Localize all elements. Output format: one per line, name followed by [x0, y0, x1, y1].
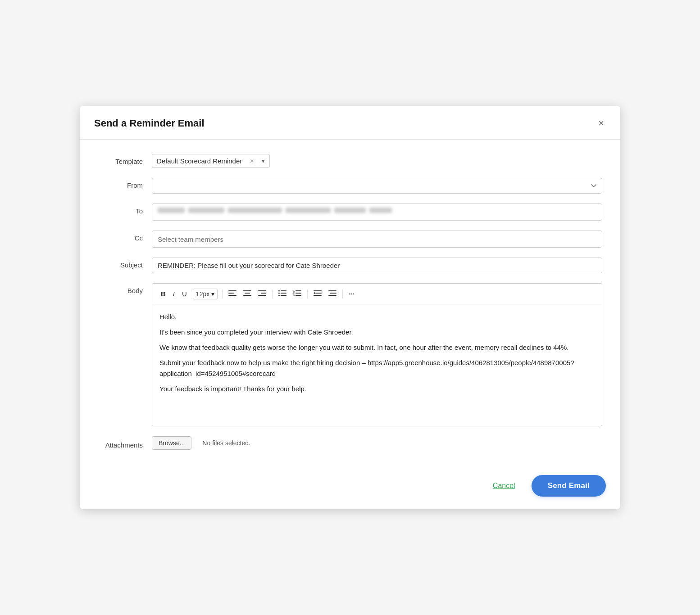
blur-pill-6 — [369, 208, 392, 213]
toolbar-divider-1 — [222, 289, 223, 298]
subject-control — [152, 258, 602, 273]
more-options-button[interactable]: ··· — [345, 287, 358, 300]
indent-group — [310, 287, 340, 300]
toolbar-divider-3 — [307, 289, 308, 298]
align-group — [225, 287, 269, 300]
toolbar-divider-2 — [272, 289, 273, 298]
from-control — [152, 178, 602, 194]
svg-rect-16 — [295, 290, 301, 291]
svg-rect-1 — [228, 293, 234, 294]
blur-pill-5 — [334, 208, 366, 213]
toolbar-divider-4 — [342, 289, 343, 298]
from-label: From — [98, 178, 152, 189]
cc-control — [152, 231, 602, 248]
from-select[interactable] — [152, 178, 602, 194]
from-row: From — [98, 178, 602, 194]
attachments-control: Browse... No files selected. — [152, 436, 602, 450]
svg-rect-0 — [228, 290, 236, 291]
align-center-button[interactable] — [240, 287, 255, 300]
svg-rect-14 — [281, 295, 286, 296]
bold-button[interactable]: B — [158, 287, 169, 300]
svg-point-13 — [278, 295, 280, 296]
unordered-list-button[interactable] — [275, 287, 290, 300]
svg-rect-3 — [243, 290, 251, 291]
cc-label: Cc — [98, 231, 152, 242]
attachments-label: Attachments — [98, 438, 152, 449]
body-toolbar: B I U 12px ▾ — [152, 284, 602, 304]
font-size-chevron: ▾ — [211, 290, 214, 298]
ordered-list-button[interactable]: 1. 2. 3. — [290, 287, 305, 300]
svg-text:3.: 3. — [293, 294, 295, 296]
svg-rect-18 — [295, 293, 301, 294]
svg-rect-6 — [258, 290, 266, 291]
blur-pill-3 — [228, 208, 282, 213]
font-size-selector[interactable]: 12px ▾ — [193, 289, 218, 299]
list-group: 1. 2. 3. — [275, 287, 305, 300]
outdent-button[interactable] — [310, 287, 325, 300]
template-control: Default Scorecard Reminder × ▾ — [152, 154, 602, 168]
svg-rect-7 — [261, 293, 266, 294]
modal-header: Send a Reminder Email × — [80, 106, 620, 140]
body-control: B I U 12px ▾ — [152, 283, 602, 426]
svg-point-9 — [278, 290, 280, 292]
align-right-button[interactable] — [255, 287, 269, 300]
template-clear-icon[interactable]: × — [250, 158, 254, 165]
body-editor: B I U 12px ▾ — [152, 283, 602, 426]
close-button[interactable]: × — [596, 117, 606, 130]
to-row: To — [98, 203, 602, 221]
svg-rect-5 — [243, 295, 251, 296]
modal-footer: Cancel Send Email — [80, 468, 620, 509]
body-row: Body B I U 12px ▾ — [98, 283, 602, 426]
svg-point-11 — [278, 293, 280, 294]
to-label: To — [98, 203, 152, 215]
body-paragraph-3: We know that feedback quality gets worse… — [159, 342, 595, 353]
body-paragraph-5: Your feedback is important! Thanks for y… — [159, 384, 595, 394]
cancel-button[interactable]: Cancel — [486, 477, 523, 494]
subject-row: Subject — [98, 258, 602, 273]
svg-rect-4 — [245, 293, 250, 294]
send-reminder-email-modal: Send a Reminder Email × Template Default… — [80, 106, 620, 509]
body-paragraph-4: Submit your feedback now to help us make… — [159, 357, 595, 379]
template-chevron-icon[interactable]: ▾ — [262, 158, 265, 164]
blur-pill-4 — [286, 208, 331, 213]
subject-label: Subject — [98, 258, 152, 269]
no-files-text: No files selected. — [202, 439, 250, 447]
body-paragraph-2: It's been since you completed your inter… — [159, 327, 595, 338]
svg-rect-26 — [328, 295, 336, 296]
subject-input[interactable] — [152, 258, 602, 273]
svg-rect-23 — [314, 295, 322, 296]
template-select[interactable]: Default Scorecard Reminder × ▾ — [152, 154, 270, 168]
to-blurred-content — [158, 208, 596, 213]
template-row: Template Default Scorecard Reminder × ▾ — [98, 154, 602, 168]
blur-pill-2 — [188, 208, 224, 213]
svg-rect-20 — [295, 295, 301, 296]
blur-pill-1 — [158, 208, 185, 213]
indent-button[interactable] — [325, 287, 340, 300]
body-label: Body — [98, 283, 152, 294]
svg-rect-8 — [258, 295, 266, 296]
cc-input[interactable] — [152, 231, 602, 248]
cc-row: Cc — [98, 231, 602, 248]
template-label: Template — [98, 154, 152, 165]
svg-rect-21 — [314, 290, 322, 291]
body-paragraph-1: Hello, — [159, 312, 595, 322]
italic-button[interactable]: I — [170, 287, 178, 300]
svg-rect-2 — [228, 295, 236, 296]
body-text-area[interactable]: Hello, It's been since you completed you… — [152, 304, 602, 426]
modal-title: Send a Reminder Email — [94, 118, 205, 129]
modal-body: Template Default Scorecard Reminder × ▾ … — [80, 140, 620, 468]
to-field[interactable] — [152, 203, 602, 221]
to-control — [152, 203, 602, 221]
svg-rect-10 — [281, 290, 286, 291]
template-value: Default Scorecard Reminder — [157, 157, 242, 165]
browse-button[interactable]: Browse... — [152, 436, 191, 450]
align-left-button[interactable] — [225, 287, 240, 300]
svg-rect-24 — [328, 290, 336, 291]
svg-rect-22 — [315, 293, 322, 294]
svg-rect-25 — [330, 293, 336, 294]
underline-button[interactable]: U — [179, 287, 190, 300]
send-email-button[interactable]: Send Email — [532, 475, 606, 497]
font-size-value: 12px — [196, 290, 209, 298]
svg-rect-12 — [281, 293, 286, 294]
attachments-row: Attachments Browse... No files selected. — [98, 436, 602, 450]
